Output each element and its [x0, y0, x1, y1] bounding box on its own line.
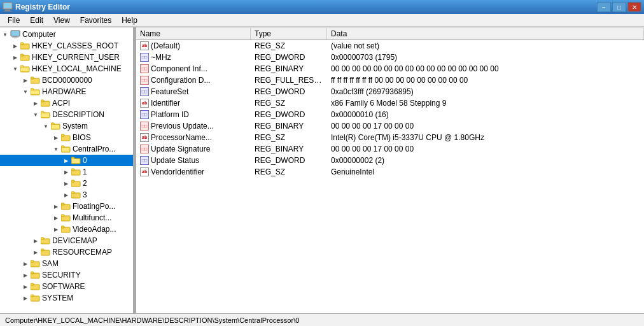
expand-icon-floatingpo[interactable]: ▶: [51, 201, 61, 211]
folder-icon-description: [41, 111, 50, 118]
tree-item-system[interactable]: ▼System: [0, 120, 133, 132]
tree-item-system_hive[interactable]: ▶SYSTEM: [0, 292, 133, 304]
expand-icon-local_machine[interactable]: ▼: [10, 64, 20, 74]
expand-icon-cpu2[interactable]: ▶: [61, 178, 71, 188]
expand-icon-bcd[interactable]: ▶: [20, 75, 31, 85]
svg-rect-18: [31, 89, 34, 90]
svg-rect-26: [51, 123, 54, 125]
folder-icon-sam: [31, 260, 40, 267]
tree-item-computer[interactable]: ▼Computer: [0, 29, 133, 40]
tree-item-acpi[interactable]: ▶ACPI: [0, 97, 133, 109]
tree-item-hardware[interactable]: ▼HARDWARE: [0, 86, 133, 97]
reg-cell-data: GenuineIntel: [327, 167, 644, 177]
expand-icon-devicemap[interactable]: ▶: [31, 236, 41, 246]
tree-label-description: DESCRIPTION: [52, 110, 104, 119]
expand-icon-resourcemap[interactable]: ▶: [31, 247, 41, 257]
reg-row[interactable]: abIdentifierREG_SZx86 Family 6 Model 58 …: [136, 97, 644, 109]
reg-row[interactable]: ⬚⬚FeatureSetREG_DWORD0xa0cf3fff (2697936…: [136, 86, 644, 97]
expand-icon-system[interactable]: ▼: [41, 121, 51, 131]
expand-icon-security[interactable]: ▶: [20, 270, 31, 280]
folder-icon-hardware: [31, 88, 40, 96]
reg-icon-dword: ⬚⬚: [140, 156, 149, 165]
tree-item-current_user[interactable]: ▶HKEY_CURRENT_USER: [0, 52, 133, 63]
svg-rect-49: [41, 237, 44, 239]
reg-row[interactable]: ab(Default)REG_SZ(value not set): [136, 40, 644, 52]
expand-icon-classes_root[interactable]: ▶: [10, 41, 20, 51]
tree-item-bcd[interactable]: ▶BCD00000000: [0, 74, 133, 86]
tree-item-security[interactable]: ▶SECURITY: [0, 269, 133, 281]
reg-cell-type: REG_SZ: [251, 98, 327, 108]
reg-icon-sz: ab: [140, 99, 149, 108]
expand-icon-cpu0[interactable]: ▶: [61, 155, 71, 166]
expand-icon-acpi[interactable]: ▶: [31, 98, 41, 108]
tree-item-floatingpo[interactable]: ▶FloatingPo...: [0, 201, 133, 212]
tree-label-classes_root: HKEY_CLASSES_ROOT: [32, 41, 118, 50]
expand-icon-cpu1[interactable]: ▶: [61, 167, 71, 177]
reg-cell-name: ⬚⬚Component Inf...: [136, 64, 251, 74]
tree-item-local_machine[interactable]: ▼HKEY_LOCAL_MACHINE: [0, 63, 133, 74]
expand-icon-system_hive[interactable]: ▶: [20, 293, 31, 303]
close-button[interactable]: ✕: [627, 2, 641, 12]
expand-icon-software[interactable]: ▶: [20, 281, 31, 292]
reg-row[interactable]: ⬚⬚Update StatusREG_DWORD0x00000002 (2): [136, 155, 644, 166]
tree-item-description[interactable]: ▼DESCRIPTION: [0, 109, 133, 120]
expand-icon-description[interactable]: ▼: [31, 110, 41, 120]
expand-icon-sam[interactable]: ▶: [20, 259, 31, 269]
reg-cell-type: REG_BINARY: [251, 64, 327, 74]
expand-icon-cpu3[interactable]: ▶: [61, 190, 71, 200]
tree-item-sam[interactable]: ▶SAM: [0, 258, 133, 269]
tree-item-centralpro[interactable]: ▼CentralPro...: [0, 143, 133, 155]
menu-help[interactable]: Help: [116, 15, 143, 25]
registry-tree[interactable]: ▼Computer▶HKEY_CLASSES_ROOT▶HKEY_CURRENT…: [0, 27, 134, 313]
reg-row[interactable]: ⬚⬚~MHzREG_DWORD0x00000703 (1795): [136, 52, 644, 63]
expand-icon-current_user[interactable]: ▶: [10, 52, 20, 62]
expand-icon-bios[interactable]: ▶: [51, 132, 61, 143]
svg-rect-5: [11, 31, 19, 36]
tree-label-cpu0: 0: [83, 156, 87, 165]
minimize-button[interactable]: −: [597, 2, 611, 12]
tree-item-cpu0[interactable]: ▶0: [0, 155, 133, 166]
reg-row[interactable]: abProcessorName...REG_SZIntel(R) Core(TM…: [136, 132, 644, 143]
tree-item-cpu2[interactable]: ▶2: [0, 178, 133, 189]
tree-item-software[interactable]: ▶SOFTWARE: [0, 281, 133, 292]
reg-row[interactable]: ⬚⬚Configuration D...REG_FULL_RESOU...ff …: [136, 74, 644, 86]
svg-rect-13: [20, 66, 24, 67]
svg-rect-3: [4, 11, 11, 11]
menu-favorites[interactable]: Favorites: [75, 15, 116, 25]
folder-icon-acpi: [41, 99, 50, 107]
reg-row[interactable]: ⬚⬚Component Inf...REG_BINARY00 00 00 00 …: [136, 63, 644, 74]
expand-icon-computer[interactable]: ▼: [0, 29, 10, 39]
tree-item-cpu1[interactable]: ▶1: [0, 166, 133, 178]
tree-item-videoadap[interactable]: ▶VideoAdap...: [0, 223, 133, 235]
tree-item-cpu3[interactable]: ▶3: [0, 189, 133, 201]
reg-cell-data: 00 00 00 00 17 00 00 00: [327, 144, 644, 154]
reg-cell-name: ab(Default): [136, 41, 251, 51]
expand-icon-hardware[interactable]: ▼: [20, 87, 31, 97]
maximize-button[interactable]: □: [612, 2, 626, 12]
reg-cell-name: ⬚⬚FeatureSet: [136, 87, 251, 97]
title-bar: Registry Editor − □ ✕: [0, 0, 644, 14]
tree-item-bios[interactable]: ▶BIOS: [0, 132, 133, 143]
reg-cell-type: REG_SZ: [251, 167, 327, 177]
svg-rect-29: [61, 134, 64, 136]
reg-cell-type: REG_DWORD: [251, 155, 327, 166]
reg-row[interactable]: ⬚⬚Platform IDREG_DWORD0x00000010 (16): [136, 109, 644, 120]
svg-rect-14: [21, 67, 29, 71]
reg-cell-type: REG_DWORD: [251, 87, 327, 97]
expand-icon-multifunct[interactable]: ▶: [51, 213, 61, 223]
reg-cell-type: REG_FULL_RESOU...: [251, 75, 327, 85]
expand-icon-centralpro[interactable]: ▼: [51, 144, 61, 154]
svg-rect-19: [31, 90, 39, 94]
expand-icon-videoadap[interactable]: ▶: [51, 224, 61, 234]
reg-row[interactable]: ⬚⬚Previous Update...REG_BINARY00 00 00 0…: [136, 120, 644, 132]
reg-row[interactable]: ⬚⬚Update SignatureREG_BINARY00 00 00 00 …: [136, 143, 644, 155]
registry-details[interactable]: Name Type Data ab(Default)REG_SZ(value n…: [136, 27, 644, 313]
tree-item-multifunct[interactable]: ▶Multifunct...: [0, 212, 133, 223]
tree-item-resourcemap[interactable]: ▶RESOURCEMAP: [0, 246, 133, 258]
tree-item-devicemap[interactable]: ▶DEVICEMAP: [0, 235, 133, 246]
menu-view[interactable]: View: [48, 15, 75, 25]
menu-edit[interactable]: Edit: [25, 15, 48, 25]
tree-item-classes_root[interactable]: ▶HKEY_CLASSES_ROOT: [0, 40, 133, 52]
menu-file[interactable]: File: [3, 15, 25, 25]
reg-row[interactable]: abVendorIdentifierREG_SZGenuineIntel: [136, 166, 644, 178]
